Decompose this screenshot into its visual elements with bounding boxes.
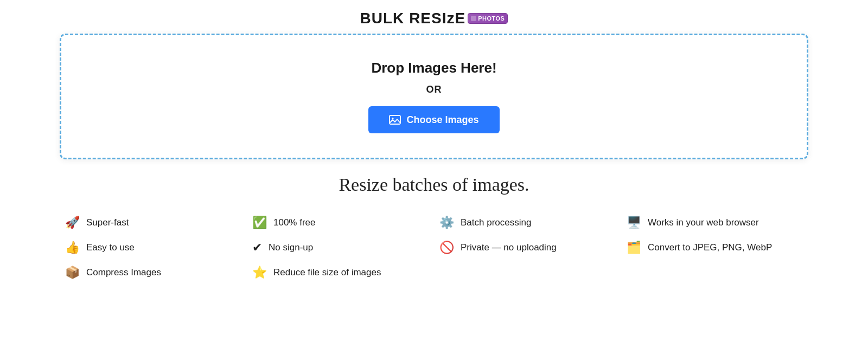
- tagline-text: Resize batches of images.: [339, 174, 529, 195]
- features-section: 🚀 Super-fast ✅ 100% free ⚙️ Batch proces…: [0, 201, 868, 290]
- logo-bulk: BULK: [360, 10, 405, 27]
- batch-processing-icon: ⚙️: [439, 216, 454, 230]
- feature-item-8: 📦 Compress Images: [60, 260, 247, 285]
- browser-icon: 🖥️: [627, 216, 641, 230]
- feature-label-5: No sign-up: [269, 242, 313, 253]
- drop-zone-title: Drop Images Here!: [371, 60, 496, 76]
- easy-to-use-icon: 👍: [65, 241, 80, 255]
- free-icon: ✅: [252, 216, 267, 230]
- drop-zone[interactable]: Drop Images Here! OR Choose Images: [60, 34, 808, 159]
- feature-label-1: 100% free: [273, 217, 316, 228]
- feature-label-4: Easy to use: [86, 242, 135, 253]
- feature-item-0: 🚀 Super-fast: [60, 210, 247, 235]
- feature-label-0: Super-fast: [86, 217, 129, 228]
- feature-label-7: Convert to JPEG, PNG, WebP: [648, 242, 772, 253]
- logo[interactable]: BULK RESIzEPHOTOS: [360, 10, 508, 27]
- super-fast-icon: 🚀: [65, 216, 80, 230]
- feature-item-4: 👍 Easy to use: [60, 235, 247, 260]
- feature-label-2: Batch processing: [461, 217, 531, 228]
- feature-label-6: Private — no uploading: [461, 242, 557, 253]
- feature-item-2: ⚙️ Batch processing: [434, 210, 621, 235]
- convert-icon: 🗂️: [627, 241, 641, 255]
- drop-zone-wrapper: Drop Images Here! OR Choose Images: [0, 34, 868, 159]
- features-grid: 🚀 Super-fast ✅ 100% free ⚙️ Batch proces…: [60, 210, 808, 285]
- logo-resize: RESIzE: [404, 10, 465, 27]
- feature-item-5: ✔ No sign-up: [247, 235, 434, 260]
- feature-label-3: Works in your web browser: [648, 217, 759, 228]
- drop-zone-or: OR: [426, 84, 442, 95]
- svg-point-1: [392, 118, 394, 119]
- svg-rect-0: [390, 115, 400, 124]
- compress-icon: 📦: [65, 266, 80, 280]
- tagline-section: Resize batches of images.: [0, 165, 868, 201]
- logo-photos-badge: PHOTOS: [468, 13, 508, 24]
- choose-images-label: Choose Images: [406, 114, 478, 126]
- feature-item-9: ⭐ Reduce file size of images: [247, 260, 434, 285]
- header: BULK RESIzEPHOTOS: [0, 0, 868, 34]
- feature-item-1: ✅ 100% free: [247, 210, 434, 235]
- feature-label-9: Reduce file size of images: [273, 267, 381, 278]
- private-icon: 🚫: [439, 241, 454, 255]
- choose-images-icon: [389, 114, 401, 126]
- no-signup-icon: ✔: [252, 241, 262, 255]
- reduce-size-icon: ⭐: [252, 266, 267, 280]
- feature-item-7: 🗂️ Convert to JPEG, PNG, WebP: [621, 235, 808, 260]
- feature-item-6: 🚫 Private — no uploading: [434, 235, 621, 260]
- feature-item-3: 🖥️ Works in your web browser: [621, 210, 808, 235]
- choose-images-button[interactable]: Choose Images: [368, 106, 499, 133]
- feature-label-8: Compress Images: [86, 267, 161, 278]
